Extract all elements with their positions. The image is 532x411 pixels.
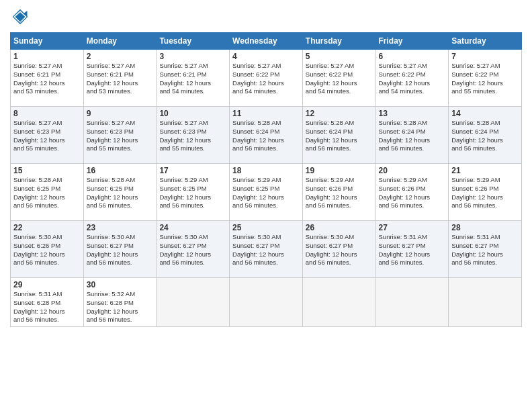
table-row: 3Sunrise: 5:27 AMSunset: 6:21 PMDaylight…	[157, 50, 230, 107]
day-number: 2	[87, 52, 154, 61]
day-number: 1	[13, 52, 81, 61]
cell-info: Sunrise: 5:27 AMSunset: 6:21 PMDaylight:…	[159, 62, 226, 96]
calendar: Sunday Monday Tuesday Wednesday Thursday…	[10, 32, 522, 327]
day-number: 19	[306, 166, 373, 175]
table-row: 25Sunrise: 5:30 AMSunset: 6:27 PMDayligh…	[230, 221, 303, 278]
table-row: 16Sunrise: 5:28 AMSunset: 6:25 PMDayligh…	[83, 164, 157, 221]
table-row: 21Sunrise: 5:29 AMSunset: 6:26 PMDayligh…	[449, 164, 522, 221]
day-number: 14	[451, 109, 519, 118]
table-row: 22Sunrise: 5:30 AMSunset: 6:26 PMDayligh…	[11, 221, 84, 278]
table-row: 14Sunrise: 5:28 AMSunset: 6:24 PMDayligh…	[449, 107, 522, 164]
day-number: 25	[232, 223, 300, 232]
cell-info: Sunrise: 5:29 AMSunset: 6:26 PMDaylight:…	[306, 176, 373, 210]
day-number: 4	[232, 52, 300, 61]
logo	[10, 7, 33, 27]
day-number: 3	[159, 52, 226, 61]
cell-info: Sunrise: 5:29 AMSunset: 6:26 PMDaylight:…	[451, 176, 519, 210]
day-number: 27	[379, 223, 446, 232]
cell-info: Sunrise: 5:29 AMSunset: 6:25 PMDaylight:…	[232, 176, 300, 210]
table-row: 9Sunrise: 5:27 AMSunset: 6:23 PMDaylight…	[83, 107, 157, 164]
table-row: 15Sunrise: 5:28 AMSunset: 6:25 PMDayligh…	[11, 164, 84, 221]
col-saturday: Saturday	[449, 33, 522, 50]
table-row: 19Sunrise: 5:29 AMSunset: 6:26 PMDayligh…	[302, 164, 375, 221]
cell-info: Sunrise: 5:30 AMSunset: 6:26 PMDaylight:…	[13, 233, 81, 267]
day-number: 7	[451, 52, 519, 61]
logo-icon	[10, 7, 30, 27]
day-number: 10	[159, 109, 226, 118]
cell-info: Sunrise: 5:28 AMSunset: 6:25 PMDaylight:…	[87, 176, 154, 210]
day-number: 8	[13, 109, 81, 118]
table-row: 7Sunrise: 5:27 AMSunset: 6:22 PMDaylight…	[449, 50, 522, 107]
table-row: 2Sunrise: 5:27 AMSunset: 6:21 PMDaylight…	[83, 50, 157, 107]
day-number: 15	[13, 166, 81, 175]
table-row: 8Sunrise: 5:27 AMSunset: 6:23 PMDaylight…	[11, 107, 84, 164]
col-monday: Monday	[83, 33, 157, 50]
cell-info: Sunrise: 5:30 AMSunset: 6:27 PMDaylight:…	[306, 233, 373, 267]
cell-info: Sunrise: 5:30 AMSunset: 6:27 PMDaylight:…	[159, 233, 226, 267]
cell-info: Sunrise: 5:29 AMSunset: 6:25 PMDaylight:…	[159, 176, 226, 210]
table-row	[230, 278, 303, 327]
table-row	[375, 278, 449, 327]
cell-info: Sunrise: 5:29 AMSunset: 6:26 PMDaylight:…	[379, 176, 446, 210]
table-row: 1Sunrise: 5:27 AMSunset: 6:21 PMDaylight…	[11, 50, 84, 107]
day-number: 11	[232, 109, 300, 118]
col-tuesday: Tuesday	[157, 33, 230, 50]
cell-info: Sunrise: 5:28 AMSunset: 6:24 PMDaylight:…	[232, 119, 300, 153]
day-number: 22	[13, 223, 81, 232]
day-number: 21	[451, 166, 519, 175]
day-number: 20	[379, 166, 446, 175]
day-number: 29	[13, 280, 81, 289]
day-number: 5	[306, 52, 373, 61]
col-wednesday: Wednesday	[230, 33, 303, 50]
cell-info: Sunrise: 5:27 AMSunset: 6:22 PMDaylight:…	[232, 62, 300, 96]
day-number: 13	[379, 109, 446, 118]
table-row: 11Sunrise: 5:28 AMSunset: 6:24 PMDayligh…	[230, 107, 303, 164]
cell-info: Sunrise: 5:31 AMSunset: 6:27 PMDaylight:…	[379, 233, 446, 267]
cell-info: Sunrise: 5:31 AMSunset: 6:27 PMDaylight:…	[451, 233, 519, 267]
cell-info: Sunrise: 5:27 AMSunset: 6:21 PMDaylight:…	[87, 62, 154, 96]
cell-info: Sunrise: 5:27 AMSunset: 6:22 PMDaylight:…	[306, 62, 373, 96]
table-row: 12Sunrise: 5:28 AMSunset: 6:24 PMDayligh…	[302, 107, 375, 164]
cell-info: Sunrise: 5:28 AMSunset: 6:24 PMDaylight:…	[379, 119, 446, 153]
table-row: 5Sunrise: 5:27 AMSunset: 6:22 PMDaylight…	[302, 50, 375, 107]
table-row	[449, 278, 522, 327]
day-number: 23	[87, 223, 154, 232]
calendar-header-row: Sunday Monday Tuesday Wednesday Thursday…	[11, 33, 522, 50]
col-thursday: Thursday	[302, 33, 375, 50]
day-number: 16	[87, 166, 154, 175]
table-row: 13Sunrise: 5:28 AMSunset: 6:24 PMDayligh…	[375, 107, 449, 164]
table-row: 23Sunrise: 5:30 AMSunset: 6:27 PMDayligh…	[83, 221, 157, 278]
table-row	[302, 278, 375, 327]
cell-info: Sunrise: 5:28 AMSunset: 6:25 PMDaylight:…	[13, 176, 81, 210]
cell-info: Sunrise: 5:27 AMSunset: 6:22 PMDaylight:…	[451, 62, 519, 96]
cell-info: Sunrise: 5:31 AMSunset: 6:28 PMDaylight:…	[13, 290, 81, 324]
table-row: 17Sunrise: 5:29 AMSunset: 6:25 PMDayligh…	[157, 164, 230, 221]
cell-info: Sunrise: 5:32 AMSunset: 6:28 PMDaylight:…	[87, 290, 154, 324]
table-row: 24Sunrise: 5:30 AMSunset: 6:27 PMDayligh…	[157, 221, 230, 278]
cell-info: Sunrise: 5:30 AMSunset: 6:27 PMDaylight:…	[87, 233, 154, 267]
header	[10, 7, 522, 27]
table-row: 28Sunrise: 5:31 AMSunset: 6:27 PMDayligh…	[449, 221, 522, 278]
day-number: 18	[232, 166, 300, 175]
cell-info: Sunrise: 5:30 AMSunset: 6:27 PMDaylight:…	[232, 233, 300, 267]
table-row: 20Sunrise: 5:29 AMSunset: 6:26 PMDayligh…	[375, 164, 449, 221]
table-row: 6Sunrise: 5:27 AMSunset: 6:22 PMDaylight…	[375, 50, 449, 107]
cell-info: Sunrise: 5:27 AMSunset: 6:23 PMDaylight:…	[87, 119, 154, 153]
cell-info: Sunrise: 5:27 AMSunset: 6:21 PMDaylight:…	[13, 62, 81, 96]
day-number: 28	[451, 223, 519, 232]
cell-info: Sunrise: 5:27 AMSunset: 6:23 PMDaylight:…	[13, 119, 81, 153]
day-number: 24	[159, 223, 226, 232]
col-sunday: Sunday	[11, 33, 84, 50]
day-number: 12	[306, 109, 373, 118]
cell-info: Sunrise: 5:27 AMSunset: 6:23 PMDaylight:…	[159, 119, 226, 153]
day-number: 17	[159, 166, 226, 175]
table-row: 30Sunrise: 5:32 AMSunset: 6:28 PMDayligh…	[83, 278, 157, 327]
day-number: 9	[87, 109, 154, 118]
table-row: 4Sunrise: 5:27 AMSunset: 6:22 PMDaylight…	[230, 50, 303, 107]
table-row: 29Sunrise: 5:31 AMSunset: 6:28 PMDayligh…	[11, 278, 84, 327]
table-row: 10Sunrise: 5:27 AMSunset: 6:23 PMDayligh…	[157, 107, 230, 164]
cell-info: Sunrise: 5:28 AMSunset: 6:24 PMDaylight:…	[306, 119, 373, 153]
cell-info: Sunrise: 5:28 AMSunset: 6:24 PMDaylight:…	[451, 119, 519, 153]
cell-info: Sunrise: 5:27 AMSunset: 6:22 PMDaylight:…	[379, 62, 446, 96]
table-row: 27Sunrise: 5:31 AMSunset: 6:27 PMDayligh…	[375, 221, 449, 278]
